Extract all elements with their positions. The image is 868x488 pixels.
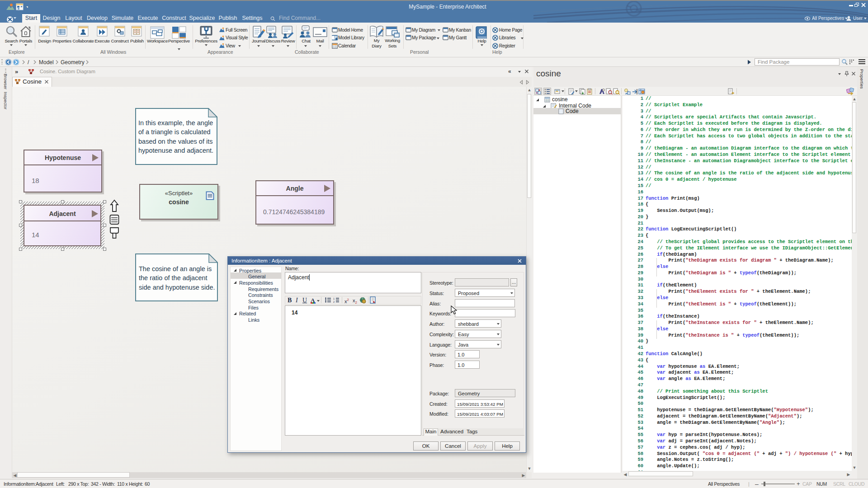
svg-text:2: 2	[333, 300, 335, 303]
svg-text:1: 1	[333, 297, 335, 300]
